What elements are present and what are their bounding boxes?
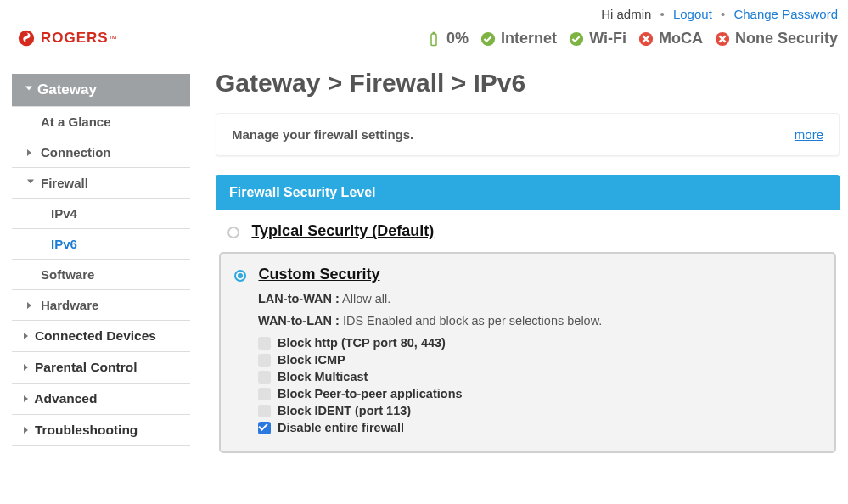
logo-text: ROGERS <box>41 30 109 47</box>
check-block-ident[interactable]: Block IDENT (port 113) <box>258 402 821 419</box>
check-block-multicast[interactable]: Block Multicast <box>258 368 821 385</box>
chevron-right-icon <box>24 427 28 434</box>
status-bar: 0% Internet Wi-Fi MoCA None Security <box>426 30 838 48</box>
custom-security-label: Custom Security <box>258 266 379 283</box>
chevron-right-icon <box>24 364 28 371</box>
separator: • <box>721 7 725 21</box>
x-circle-icon <box>638 31 654 47</box>
top-links: Hi admin • Logout • Change Password <box>426 7 838 21</box>
sidebar-item-gateway[interactable]: Gateway <box>12 74 190 106</box>
sidebar-item-at-a-glance[interactable]: At a Glance <box>12 106 190 137</box>
wifi-status: Wi-Fi <box>569 30 626 48</box>
checkbox-icon[interactable] <box>258 337 271 350</box>
check-circle-icon <box>480 31 496 47</box>
checkbox-icon[interactable] <box>258 405 271 417</box>
info-message: Manage your firewall settings. <box>232 127 413 142</box>
battery-status: 0% <box>426 30 469 48</box>
typical-security-label: Typical Security (Default) <box>251 222 434 239</box>
chevron-right-icon <box>27 302 31 309</box>
internet-status: Internet <box>480 30 557 48</box>
checkbox-icon[interactable] <box>258 354 271 367</box>
svg-rect-1 <box>433 31 435 33</box>
more-link[interactable]: more <box>795 127 823 142</box>
checkbox-checked-icon[interactable] <box>258 422 271 434</box>
sidebar-nav: Gateway At a Glance Connection Firewall … <box>12 74 190 446</box>
typical-security-option[interactable]: Typical Security (Default) <box>216 210 840 252</box>
custom-security-option[interactable]: Custom Security <box>234 266 821 283</box>
radio-typical[interactable] <box>227 227 239 238</box>
custom-security-panel: Custom Security LAN-to-WAN : Allow all. … <box>219 252 836 453</box>
sidebar-item-connected-devices[interactable]: Connected Devices <box>12 320 190 351</box>
sidebar-item-ipv4[interactable]: IPv4 <box>12 198 190 228</box>
check-disable-firewall[interactable]: Disable entire firewall <box>258 419 821 436</box>
sidebar-item-connection[interactable]: Connection <box>12 137 190 167</box>
chevron-right-icon <box>27 149 31 156</box>
check-circle-icon <box>569 31 584 47</box>
check-block-http[interactable]: Block http (TCP port 80, 443) <box>258 334 821 351</box>
battery-icon <box>426 31 441 47</box>
battery-pct: 0% <box>446 30 469 48</box>
sidebar-item-parental-control[interactable]: Parental Control <box>12 351 190 383</box>
sidebar-item-advanced[interactable]: Advanced <box>12 383 190 414</box>
logout-link[interactable]: Logout <box>673 7 712 21</box>
sidebar-item-troubleshooting[interactable]: Troubleshooting <box>12 414 190 446</box>
sidebar-item-hardware[interactable]: Hardware <box>12 289 190 320</box>
lan-to-wan-row: LAN-to-WAN : Allow all. <box>258 292 821 305</box>
brand-logo: ROGERS™ <box>17 29 117 48</box>
greeting-text: Hi admin <box>601 7 651 21</box>
chevron-down-icon <box>25 87 32 94</box>
panel-header: Firewall Security Level <box>216 175 840 210</box>
page-title: Gateway > Firewall > IPv6 <box>216 69 840 98</box>
info-panel: Manage your firewall settings. more <box>216 113 840 156</box>
sidebar-item-ipv6[interactable]: IPv6 <box>12 228 190 259</box>
checkbox-icon[interactable] <box>258 388 271 400</box>
sidebar-item-firewall[interactable]: Firewall <box>12 167 190 198</box>
wan-to-lan-row: WAN-to-LAN : IDS Enabled and block as pe… <box>258 314 821 328</box>
security-status: None Security <box>715 30 838 48</box>
rogers-swirl-icon <box>17 29 36 48</box>
change-password-link[interactable]: Change Password <box>733 7 838 21</box>
chevron-right-icon <box>24 333 28 339</box>
svg-rect-0 <box>431 34 436 46</box>
checkbox-icon[interactable] <box>258 371 271 384</box>
chevron-down-icon <box>27 179 34 187</box>
separator: • <box>660 7 664 21</box>
check-block-p2p[interactable]: Block Peer-to-peer applications <box>258 385 821 402</box>
chevron-right-icon <box>24 395 28 402</box>
sidebar-item-software[interactable]: Software <box>12 259 190 289</box>
x-circle-icon <box>715 31 730 47</box>
check-block-icmp[interactable]: Block ICMP <box>258 351 821 368</box>
radio-custom[interactable] <box>234 270 246 282</box>
moca-status: MoCA <box>638 30 703 48</box>
logo-tm: ™ <box>109 34 117 43</box>
